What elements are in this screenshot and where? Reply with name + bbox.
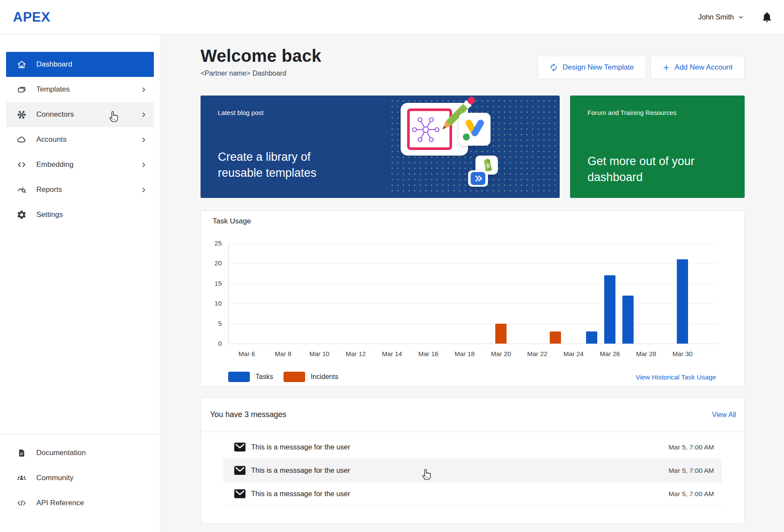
sidebar-nav: DashboardTemplatesConnectorsAccountsEmbe… — [0, 35, 160, 227]
bar-incidents-mar-20[interactable] — [495, 324, 507, 344]
x-axis-tick-label: Mar 10 — [304, 350, 335, 357]
x-axis-tick-label: Mar 22 — [522, 350, 553, 357]
resources-banner[interactable]: Forum and Training Resources Get more ou… — [570, 96, 745, 198]
message-timestamp: Mar 5, 7:00 AM — [669, 467, 714, 475]
messages-card: You have 3 messages View All This is a m… — [201, 397, 745, 523]
bar-tasks-mar-30[interactable] — [677, 259, 688, 344]
sidebar-item-label: Connectors — [36, 110, 74, 119]
sidebar-item-label: Documentation — [36, 449, 86, 457]
y-axis-tick-label: 0 — [204, 340, 222, 347]
chevron-right-icon — [140, 111, 147, 118]
y-axis-tick-label: 5 — [204, 320, 222, 327]
envelope-icon — [234, 443, 245, 452]
arrow-icon — [471, 172, 485, 185]
sidebar-item-accounts[interactable]: Accounts — [6, 127, 154, 152]
apex-logo: APEX — [13, 10, 50, 25]
view-historical-task-usage-link[interactable]: View Historical Task Usage — [636, 373, 716, 381]
y-axis-tick-label: 20 — [204, 259, 222, 267]
google-ads-logo-card — [459, 113, 491, 146]
bar-tasks-mar-26[interactable] — [604, 275, 615, 344]
resources-banner-title: Get more out of your dashboard — [587, 153, 717, 185]
sidebar-item-documentation[interactable]: Documentation — [6, 440, 154, 465]
gridline-20 — [228, 263, 717, 264]
notifications-bell-icon[interactable] — [761, 11, 773, 23]
message-timestamp: Mar 5, 7:00 AM — [669, 490, 714, 498]
message-row[interactable]: This is a messsage for the userMar 5, 7:… — [223, 482, 722, 506]
blog-banner-title: Create a library of reusable templates — [218, 149, 335, 181]
bar-tasks-mar-27[interactable] — [622, 296, 634, 344]
connectors-icon — [16, 109, 27, 120]
bar-incidents-mar-23[interactable] — [550, 331, 561, 344]
message-timestamp: Mar 5, 7:00 AM — [669, 443, 714, 451]
user-menu[interactable]: John Smith — [698, 13, 744, 21]
sidebar-item-settings[interactable]: Settings — [6, 202, 154, 227]
gridline-0 — [228, 344, 717, 344]
add-new-account-button[interactable]: Add New Account — [650, 56, 745, 79]
api-icon — [16, 498, 27, 508]
template-illustration-card — [401, 103, 468, 156]
google-ads-logo — [463, 118, 485, 140]
add-new-account-label: Add New Account — [675, 63, 733, 72]
x-axis-tick-label: Mar 16 — [413, 350, 444, 357]
y-axis-line — [228, 243, 229, 344]
message-text: This is a messsage for the user — [251, 490, 350, 498]
sidebar-item-templates[interactable]: Templates — [6, 77, 154, 102]
blog-banner[interactable]: Latest blog post Create a library of reu… — [201, 96, 560, 198]
view-all-link[interactable]: View All — [712, 411, 736, 419]
x-axis-tick-label: Mar 24 — [558, 350, 589, 357]
x-axis-tick-label: Mar 20 — [485, 350, 516, 357]
home-icon — [16, 59, 27, 70]
blog-banner-eyebrow: Latest blog post — [218, 109, 264, 116]
task-usage-chart: 0510152025Mar 6Mar 8Mar 10Mar 12Mar 14Ma… — [201, 211, 744, 386]
envelope-icon — [234, 489, 245, 499]
gear-icon — [16, 210, 27, 220]
sidebar-item-label: Dashboard — [36, 60, 72, 69]
sidebar-item-dashboard[interactable]: Dashboard — [6, 52, 154, 77]
message-row[interactable]: This is a messsage for the userMar 5, 7:… — [223, 436, 722, 459]
bar-tasks-mar-25[interactable] — [586, 331, 597, 344]
sidebar-item-api-reference[interactable]: API Reference — [6, 491, 154, 516]
message-text: This is a messsage for the user — [251, 443, 350, 451]
sidebar-item-reports[interactable]: Reports — [6, 177, 154, 202]
sidebar-item-label: Accounts — [36, 135, 67, 144]
x-axis-tick-label: Mar 26 — [594, 350, 625, 357]
x-axis-tick-label: Mar 28 — [631, 350, 662, 357]
sidebar-footer-nav: DocumentationCommunityAPI Reference — [0, 440, 160, 516]
x-axis-tick-label: Mar 6 — [231, 350, 262, 357]
legend-label-tasks: Tasks — [255, 373, 273, 381]
gridline-5 — [228, 324, 717, 324]
x-axis-tick-label: Mar 30 — [667, 350, 698, 357]
sidebar-item-label: API Reference — [36, 499, 84, 507]
sidebar-item-embedding[interactable]: Embedding — [6, 152, 154, 177]
gridline-25 — [228, 243, 717, 244]
resources-banner-eyebrow: Forum and Training Resources — [587, 109, 676, 116]
main-content: Welcome back <Partner name> Dashboard De… — [161, 35, 784, 532]
code-icon — [16, 159, 27, 170]
sidebar-item-community[interactable]: Community — [6, 465, 154, 491]
gridline-10 — [228, 303, 717, 304]
chevron-right-icon — [140, 86, 147, 93]
message-row[interactable]: This is a messsage for the userMar 5, 7:… — [223, 459, 722, 482]
sidebar-item-label: Community — [36, 474, 73, 482]
design-new-template-label: Design New Template — [563, 63, 634, 72]
sync-icon — [549, 63, 558, 72]
x-axis-tick-label: Mar 12 — [340, 350, 371, 357]
sidebar-item-label: Templates — [36, 85, 70, 94]
report-icon — [16, 185, 27, 195]
design-new-template-button[interactable]: Design New Template — [537, 56, 646, 79]
sidebar-item-connectors[interactable]: Connectors — [6, 102, 154, 127]
arrow-logo-card — [468, 170, 488, 187]
sidebar-divider — [0, 434, 160, 434]
templates-icon — [16, 84, 27, 95]
message-text: This is a messsage for the user — [251, 466, 350, 475]
x-axis-tick-label: Mar 8 — [268, 350, 299, 357]
task-usage-card: Task Usage 0510152025Mar 6Mar 8Mar 10Mar… — [201, 210, 745, 387]
cloud-icon — [16, 134, 27, 145]
y-axis-tick-label: 15 — [204, 280, 222, 287]
legend-label-incidents: Incidents — [311, 373, 338, 381]
document-icon — [16, 448, 27, 458]
sidebar: DashboardTemplatesConnectorsAccountsEmbe… — [0, 35, 160, 532]
message-list: This is a messsage for the userMar 5, 7:… — [223, 436, 722, 506]
user-name: John Smith — [698, 13, 734, 21]
chevron-down-icon — [738, 14, 744, 20]
